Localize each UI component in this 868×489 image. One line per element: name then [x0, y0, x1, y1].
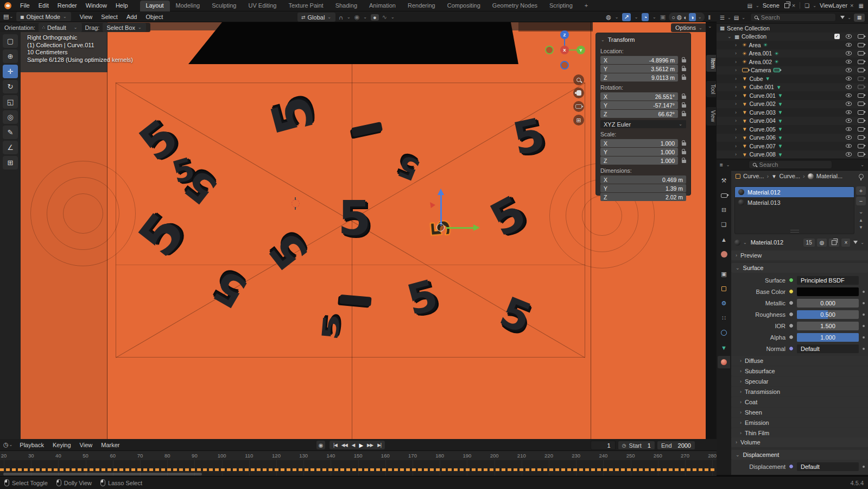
transform-panel-header[interactable]: ⌄ Transform: [596, 35, 690, 45]
screen-layout-icon[interactable]: ▦: [859, 3, 864, 9]
gizmo-z-arrow-icon[interactable]: [438, 189, 444, 195]
material-slot-material-012[interactable]: Material.012: [735, 187, 854, 197]
outliner-row-curve-004[interactable]: ›▼Curve.004▼: [717, 117, 868, 126]
outliner-row-curve-006[interactable]: ›▼Curve.006▼: [717, 134, 868, 142]
eye-icon[interactable]: [846, 60, 852, 64]
lock-icon[interactable]: [682, 113, 686, 116]
chevron-down-icon[interactable]: ⌄: [813, 3, 816, 8]
properties-search-input[interactable]: Search: [749, 160, 832, 169]
expander-icon[interactable]: ⌄: [727, 34, 732, 39]
camera-toggle-icon[interactable]: [858, 135, 864, 140]
decorator-icon[interactable]: [863, 291, 865, 293]
eye-icon[interactable]: [846, 68, 852, 72]
toggle-ortho-icon[interactable]: ⊞: [573, 115, 584, 126]
expander-icon[interactable]: ›: [735, 67, 740, 73]
eye-icon[interactable]: [846, 144, 852, 148]
tab-animation[interactable]: Animation: [363, 1, 402, 11]
camera-view-icon[interactable]: [573, 101, 584, 112]
properties-tab-render[interactable]: [718, 189, 730, 202]
play-icon[interactable]: ▶: [357, 442, 364, 448]
camera-toggle-icon[interactable]: [858, 127, 864, 131]
lock-icon[interactable]: [682, 151, 686, 154]
chevron-down-icon[interactable]: ⌄: [708, 23, 712, 29]
new-collection-button[interactable]: ▦: [854, 14, 865, 22]
menu-window[interactable]: Window: [81, 0, 111, 11]
play-reverse-icon[interactable]: ◀: [350, 442, 357, 448]
sidebar-tab-item[interactable]: Item: [706, 55, 716, 72]
expander-icon[interactable]: ›: [735, 93, 740, 98]
filter-icon[interactable]: [840, 16, 845, 19]
panel-header-sheen[interactable]: ›Sheen: [731, 408, 868, 417]
properties-tab-scene[interactable]: ▲: [718, 233, 730, 246]
tool-measure[interactable]: ∠: [3, 141, 18, 154]
chevron-down-icon[interactable]: ⌄: [652, 15, 656, 20]
lock-icon[interactable]: [682, 77, 686, 80]
snap-magnet-icon[interactable]: ∩: [339, 14, 343, 21]
expander-icon[interactable]: ›: [735, 143, 740, 149]
panel-header-preview[interactable]: › Preview: [731, 250, 868, 260]
viewport-menu-select[interactable]: Select: [97, 11, 122, 22]
tab-texture-paint[interactable]: Texture Paint: [282, 1, 329, 11]
properties-tab-collection[interactable]: ▣: [718, 268, 730, 280]
timeline-menu-keying[interactable]: Keying: [48, 440, 75, 450]
expander-icon[interactable]: ›: [735, 51, 740, 56]
numeral-object[interactable]: 5: [338, 195, 371, 242]
lock-icon[interactable]: [682, 96, 686, 99]
editor-type-icon[interactable]: ≡: [720, 162, 723, 168]
lock-icon[interactable]: [682, 104, 686, 108]
expander-icon[interactable]: ›: [735, 76, 740, 82]
tab-modeling[interactable]: Modeling: [170, 1, 206, 11]
lock-icon[interactable]: [682, 59, 686, 62]
timeline-ruler[interactable]: 2030405060708090100110120130140150160170…: [0, 451, 717, 461]
camera-toggle-icon[interactable]: [858, 152, 864, 156]
number-field-x[interactable]: X1.000: [600, 139, 678, 147]
outliner-row-curve-007[interactable]: ›▼Curve.007▼: [717, 142, 868, 151]
eye-icon[interactable]: [846, 77, 852, 81]
shading-material-icon[interactable]: ◐: [683, 14, 687, 21]
number-field-x[interactable]: X26.551°: [600, 92, 678, 101]
camera-toggle-icon[interactable]: [858, 85, 864, 89]
eye-icon[interactable]: [846, 51, 852, 55]
number-field-y[interactable]: Y-57.147°: [600, 101, 678, 109]
eye-icon[interactable]: [846, 118, 852, 123]
number-field-x[interactable]: X-4.8996 m: [600, 56, 678, 64]
auto-keyframe-icon[interactable]: ◉: [316, 441, 325, 449]
viewport-menu-add[interactable]: Add: [122, 11, 142, 22]
number-field-z[interactable]: Z1.000: [600, 156, 678, 165]
timeline-menu-marker[interactable]: Marker: [97, 440, 124, 450]
chevron-down-icon[interactable]: ⌄: [860, 162, 864, 167]
menu-edit[interactable]: Edit: [34, 0, 53, 11]
jump-to-end-icon[interactable]: ▶|: [376, 442, 383, 448]
fake-user-icon[interactable]: ◍: [817, 239, 827, 247]
tab-geometry-nodes[interactable]: Geometry Nodes: [486, 1, 543, 11]
outliner-row-area-001[interactable]: ›☀Area.001☀: [717, 49, 868, 58]
panel-header-surface[interactable]: ⌄ Surface: [731, 263, 868, 273]
panel-header-coat[interactable]: ›Coat: [731, 397, 868, 407]
3d-cursor[interactable]: [292, 199, 300, 208]
outliner-search-input[interactable]: Search: [750, 13, 836, 22]
chevron-down-icon[interactable]: ⌄: [726, 162, 730, 167]
sidebar-tab-tool[interactable]: Tool: [706, 81, 716, 97]
panel-header-emission[interactable]: ›Emission: [731, 418, 868, 428]
tab-layout[interactable]: Layout: [140, 1, 170, 11]
new-scene-icon[interactable]: [784, 3, 789, 8]
number-field-y[interactable]: Y3.5612 m: [600, 65, 678, 73]
timeline-scrollbar[interactable]: [3, 473, 202, 475]
tool-add-primitive[interactable]: ⊞: [3, 156, 18, 170]
viewport-menu-view[interactable]: View: [75, 11, 97, 22]
properties-tab-world[interactable]: [718, 248, 730, 260]
chevron-down-icon[interactable]: ⌄: [698, 15, 702, 20]
resize-grip[interactable]: [790, 230, 799, 233]
tab-compositing[interactable]: Compositing: [441, 1, 486, 11]
expander-icon[interactable]: ›: [735, 110, 740, 115]
chevron-down-icon[interactable]: ⌄: [635, 15, 638, 20]
camera-toggle-icon[interactable]: [858, 43, 864, 47]
tab-scripting[interactable]: Scripting: [543, 1, 579, 11]
number-field-y[interactable]: Y1.000: [600, 148, 678, 156]
unlink-scene-icon[interactable]: ×: [792, 2, 795, 9]
outliner-row-area-002[interactable]: ›☀Area.002☀: [717, 58, 868, 66]
camera-toggle-icon[interactable]: [858, 60, 864, 64]
outliner-row-collection[interactable]: ⌄▦Collection✓: [717, 33, 868, 41]
number-field-z[interactable]: Z2.02 m: [600, 193, 686, 201]
gizmo-y-axis[interactable]: [446, 227, 473, 229]
